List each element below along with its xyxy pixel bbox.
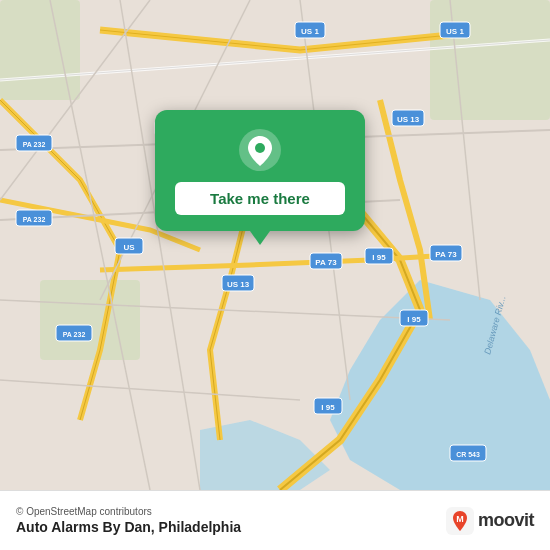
place-name: Auto Alarms By Dan, Philadelphia [16, 519, 241, 535]
svg-text:US 1: US 1 [446, 27, 464, 36]
svg-text:US 1: US 1 [301, 27, 319, 36]
svg-text:CR 543: CR 543 [456, 451, 480, 458]
svg-text:PA 73: PA 73 [315, 258, 337, 267]
bottom-bar: © OpenStreetMap contributors Auto Alarms… [0, 490, 550, 550]
svg-text:PA 232: PA 232 [23, 141, 46, 148]
svg-text:US 13: US 13 [227, 280, 250, 289]
svg-text:I 95: I 95 [321, 403, 335, 412]
moovit-icon: M [446, 507, 474, 535]
attribution-text: © OpenStreetMap contributors [16, 506, 241, 517]
svg-text:US: US [123, 243, 135, 252]
svg-rect-4 [430, 0, 550, 120]
svg-text:PA 232: PA 232 [23, 216, 46, 223]
take-me-there-button[interactable]: Take me there [175, 182, 345, 215]
map-svg: US 1 US 1 US 13 US 13 PA 232 PA 232 PA 2… [0, 0, 550, 490]
bottom-info: © OpenStreetMap contributors Auto Alarms… [16, 506, 241, 535]
svg-text:US 13: US 13 [397, 115, 420, 124]
svg-marker-0 [330, 280, 550, 490]
svg-text:PA 232: PA 232 [63, 331, 86, 338]
moovit-label: moovit [478, 510, 534, 531]
popup-card: Take me there [155, 110, 365, 231]
map-container: US 1 US 1 US 13 US 13 PA 232 PA 232 PA 2… [0, 0, 550, 490]
svg-text:PA 73: PA 73 [435, 250, 457, 259]
location-pin-icon [238, 128, 282, 172]
svg-rect-3 [40, 280, 140, 360]
svg-point-49 [255, 143, 265, 153]
svg-text:I 95: I 95 [372, 253, 386, 262]
svg-text:I 95: I 95 [407, 315, 421, 324]
svg-text:M: M [456, 514, 464, 524]
moovit-logo: M moovit [446, 507, 534, 535]
svg-line-14 [0, 380, 300, 400]
